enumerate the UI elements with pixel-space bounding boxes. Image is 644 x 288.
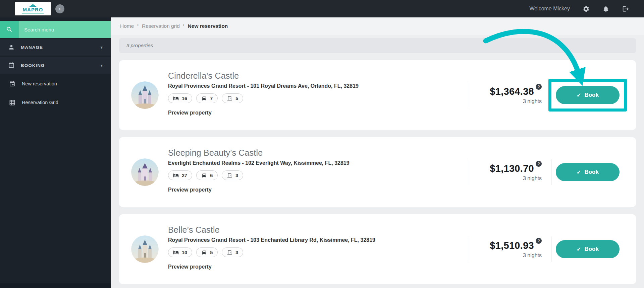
property-image	[131, 81, 159, 109]
sidebar: MANAGE ▾ BOOKING ▾ New reservation Reser…	[0, 17, 111, 288]
sidebar-collapse-button[interactable]: ‹	[55, 4, 64, 13]
book-highlight-annotation: ✓ Book	[548, 79, 627, 112]
notifications-bell-icon[interactable]	[602, 5, 609, 12]
search-icon	[6, 26, 13, 33]
price-help-icon[interactable]: ?	[536, 84, 542, 90]
door-icon	[227, 249, 232, 255]
book-button-label: Book	[584, 169, 599, 175]
preview-property-link[interactable]: Preview property	[168, 264, 212, 270]
manage-label: MANAGE	[21, 45, 100, 50]
property-address: Everlight Enchanted Realms - 102 Everlig…	[168, 160, 467, 166]
logout-icon[interactable]	[622, 5, 629, 12]
price-help-icon[interactable]: ?	[536, 238, 542, 244]
chevron-down-icon: ▾	[100, 45, 103, 50]
price: $1,364.38	[490, 86, 534, 97]
badge-door: 3	[222, 170, 243, 180]
price-help-icon[interactable]: ?	[536, 161, 542, 167]
property-image	[131, 235, 159, 263]
new-reservation-label: New reservation	[22, 81, 57, 86]
book-button-label: Book	[584, 246, 599, 253]
nights: 3 nights	[473, 175, 542, 182]
sidebar-item-manage[interactable]: MANAGE ▾	[0, 39, 111, 56]
search-button[interactable]	[0, 21, 19, 38]
property-name: Cinderella's Castle	[168, 71, 467, 81]
property-info: Cinderella's Castle Royal Provinces Gran…	[168, 60, 467, 130]
book-button[interactable]: ✓ Book	[556, 240, 620, 258]
sidebar-item-booking[interactable]: BOOKING ▾	[0, 57, 111, 74]
topbar: MAPRO ‹ Welcome Mickey	[0, 0, 644, 17]
price-block: $1,130.70 ? 3 nights	[467, 163, 551, 182]
sidebar-item-new-reservation[interactable]: New reservation	[0, 74, 111, 93]
sidebar-item-reservation-grid[interactable]: Reservation Grid	[0, 93, 111, 112]
badge-bed: 27	[168, 170, 192, 180]
property-card: Sleeping Beauty’s Castle Everlight Encha…	[119, 137, 636, 207]
calendar-plus-icon	[9, 81, 15, 87]
property-address: Royal Provinces Grand Resort - 103 Encha…	[168, 237, 467, 243]
welcome-text: Welcome Mickey	[529, 6, 570, 12]
badge-door: 5	[222, 93, 243, 103]
booking-label: BOOKING	[21, 63, 100, 68]
breadcrumb-separator: '	[183, 23, 184, 29]
search-input[interactable]	[19, 21, 111, 38]
car-icon	[201, 249, 207, 255]
main-content: Home ' Reservation grid ' New reservatio…	[111, 17, 644, 288]
badge-bed: 16	[168, 93, 192, 103]
book-area: ✓ Book	[551, 240, 624, 258]
results-count-bar: 3 properties	[119, 38, 636, 53]
person-icon	[8, 44, 15, 51]
property-address: Royal Provinces Grand Resort - 101 Royal…	[168, 83, 467, 89]
grid-icon	[9, 99, 15, 106]
property-image	[131, 158, 159, 186]
badge-door-value: 3	[235, 250, 238, 255]
topbar-right: Welcome Mickey	[529, 5, 644, 12]
chevron-left-icon: ‹	[59, 6, 61, 11]
book-button[interactable]: ✓ Book	[556, 163, 620, 181]
badge-bed-value: 10	[182, 250, 187, 255]
mapro-logo: MAPRO	[15, 2, 51, 15]
property-name: Sleeping Beauty’s Castle	[168, 148, 467, 158]
nights: 3 nights	[473, 253, 542, 259]
price: $1,510.93	[490, 240, 534, 251]
badge-door-value: 5	[235, 96, 238, 101]
price-block: $1,510.93 ? 3 nights	[467, 240, 551, 259]
logo-tagline	[22, 13, 44, 14]
breadcrumb: Home ' Reservation grid ' New reservatio…	[111, 17, 644, 35]
badge-bed-value: 27	[182, 173, 187, 178]
settings-gear-icon[interactable]	[583, 5, 590, 12]
badge-car: 5	[196, 247, 218, 257]
door-icon	[227, 172, 232, 178]
property-badges: 16 7 5	[168, 93, 467, 103]
property-name: Belle’s Castle	[168, 225, 467, 235]
breadcrumb-reservation-grid[interactable]: Reservation grid	[142, 23, 180, 29]
badge-car-value: 7	[210, 96, 213, 101]
book-area: ✓ Book	[551, 79, 624, 112]
badge-door-value: 3	[235, 173, 238, 178]
car-icon	[201, 172, 207, 178]
breadcrumb-separator: '	[137, 23, 139, 29]
book-button-label: Book	[584, 92, 599, 98]
price: $1,130.70	[490, 163, 534, 174]
preview-property-link[interactable]: Preview property	[168, 110, 212, 116]
badge-car: 7	[196, 93, 218, 103]
property-badges: 10 5 3	[168, 247, 467, 257]
check-icon: ✓	[577, 246, 581, 253]
badge-car: 6	[196, 170, 218, 180]
bed-icon	[173, 95, 179, 101]
badge-door: 3	[222, 247, 243, 257]
door-icon	[227, 95, 232, 101]
badge-bed-value: 16	[182, 96, 187, 101]
property-card: Cinderella's Castle Royal Provinces Gran…	[119, 60, 636, 130]
price-block: $1,364.38 ? 3 nights	[467, 86, 551, 104]
nights: 3 nights	[473, 98, 542, 104]
book-button[interactable]: ✓ Book	[556, 86, 620, 104]
chevron-down-icon: ▾	[100, 63, 103, 68]
sidebar-footer	[0, 283, 111, 288]
badge-car-value: 6	[210, 173, 213, 178]
logo-text: MAPRO	[23, 7, 43, 12]
results-area: 3 properties	[111, 35, 644, 284]
bed-icon	[173, 249, 179, 255]
car-icon	[201, 95, 207, 101]
preview-property-link[interactable]: Preview property	[168, 187, 212, 193]
badge-bed: 10	[168, 247, 192, 257]
breadcrumb-home[interactable]: Home	[120, 23, 134, 29]
